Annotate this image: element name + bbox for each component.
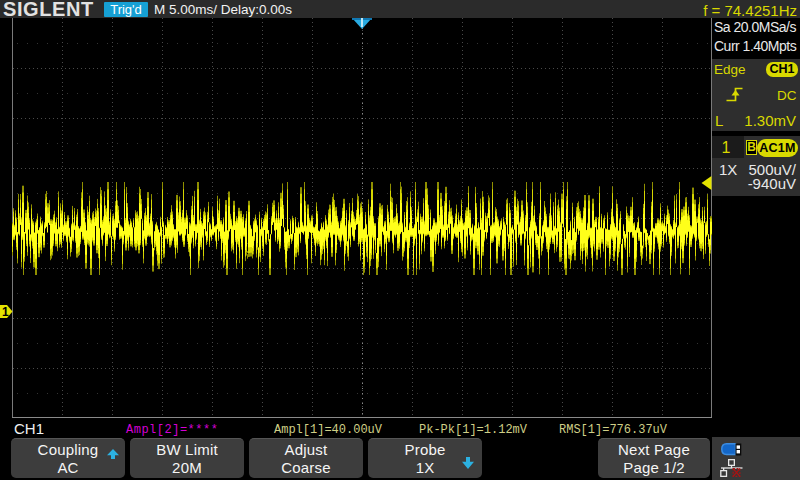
svg-text:1: 1 — [2, 305, 9, 319]
